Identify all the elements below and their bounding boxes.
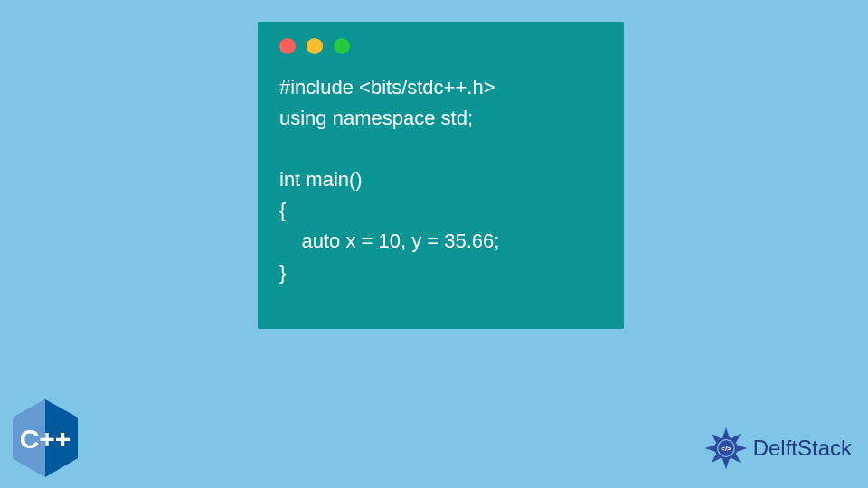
delft-star-icon: </> bbox=[703, 425, 750, 472]
code-window: #include <bits/stdc++.h> using namespace… bbox=[258, 22, 624, 329]
delft-logo-text: DelftStack bbox=[753, 436, 852, 461]
window-controls bbox=[279, 38, 602, 54]
code-line: #include <bits/stdc++.h> bbox=[279, 76, 495, 99]
code-line: } bbox=[279, 261, 286, 284]
cpp-badge-icon: C++ bbox=[9, 398, 81, 479]
code-line: { bbox=[279, 199, 286, 221]
code-line: int main() bbox=[279, 168, 363, 191]
close-dot-icon bbox=[279, 38, 296, 54]
maximize-dot-icon bbox=[334, 38, 350, 54]
code-line: auto x = 10, y = 35.66; bbox=[279, 230, 499, 252]
svg-text:</>: </> bbox=[721, 445, 731, 453]
code-line: using namespace std; bbox=[279, 107, 473, 129]
cpp-badge-label: C++ bbox=[20, 424, 71, 454]
delft-logo: </> DelftStack bbox=[703, 425, 852, 472]
code-block: #include <bits/stdc++.h> using namespace… bbox=[279, 72, 602, 288]
minimize-dot-icon bbox=[307, 38, 323, 54]
